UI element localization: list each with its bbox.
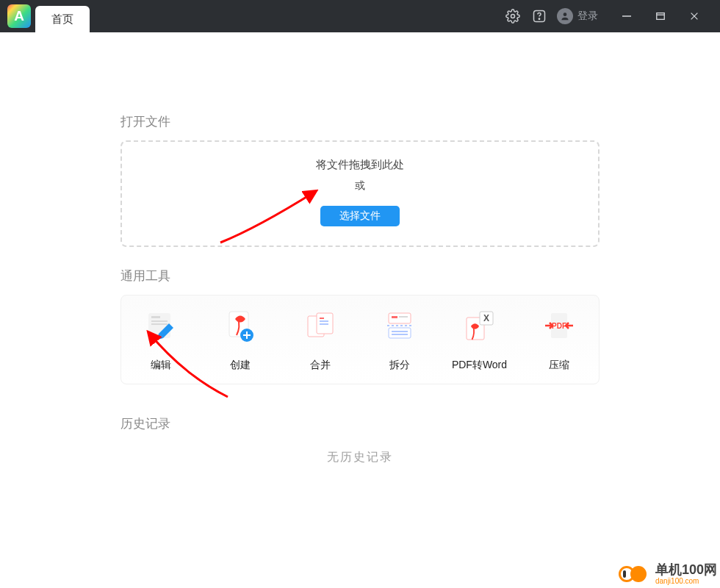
window-maximize-button[interactable] xyxy=(644,3,677,29)
svg-rect-11 xyxy=(151,320,168,322)
svg-rect-26 xyxy=(389,328,411,338)
svg-rect-24 xyxy=(399,316,408,318)
tool-label: 压缩 xyxy=(549,359,569,372)
window-close-button[interactable] xyxy=(677,3,711,29)
window-minimize-button[interactable] xyxy=(610,3,644,29)
tools-label: 通用工具 xyxy=(120,268,600,284)
titlebar: A 首页 登录 xyxy=(0,0,720,32)
main-content: 打开文件 将文件拖拽到此处 或 选择文件 通用工具 编辑 xyxy=(0,32,720,465)
svg-rect-28 xyxy=(392,334,408,335)
tool-pdf-to-word[interactable]: X PDF转Word xyxy=(439,309,519,372)
dropzone-text: 将文件拖拽到此处 xyxy=(122,158,598,172)
tool-compress[interactable]: PDF 压缩 xyxy=(519,309,599,372)
watermark: 单机100网 danji100.com xyxy=(619,563,717,585)
tool-label: 拆分 xyxy=(389,359,410,372)
svg-text:PDF: PDF xyxy=(552,322,566,330)
merge-icon xyxy=(303,309,337,343)
close-icon xyxy=(689,11,699,21)
no-history-text: 无历史记录 xyxy=(120,450,600,465)
svg-text:X: X xyxy=(483,313,489,323)
question-icon xyxy=(532,9,547,24)
minimize-icon xyxy=(621,10,633,22)
svg-rect-19 xyxy=(320,318,324,319)
svg-point-0 xyxy=(511,15,515,18)
svg-point-2 xyxy=(539,18,539,19)
pdf-to-word-icon: X xyxy=(462,309,496,343)
svg-rect-12 xyxy=(151,323,168,325)
svg-point-3 xyxy=(564,12,567,16)
svg-rect-20 xyxy=(320,320,328,322)
tool-label: 合并 xyxy=(310,359,331,372)
create-icon xyxy=(223,309,257,343)
dropzone-or-text: 或 xyxy=(122,179,598,193)
login-label: 登录 xyxy=(577,10,598,23)
user-avatar-icon xyxy=(557,8,573,24)
svg-rect-10 xyxy=(151,316,160,318)
settings-button[interactable] xyxy=(500,3,526,29)
help-button[interactable] xyxy=(526,3,552,29)
tool-create[interactable]: 创建 xyxy=(201,309,280,372)
svg-rect-23 xyxy=(392,316,397,318)
open-file-label: 打开文件 xyxy=(120,113,600,130)
tool-merge[interactable]: 合并 xyxy=(281,309,360,372)
tools-row: 编辑 创建 合并 xyxy=(120,295,600,384)
svg-rect-21 xyxy=(320,323,328,325)
svg-rect-27 xyxy=(392,331,408,332)
tool-label: 编辑 xyxy=(151,359,171,372)
tab-label: 首页 xyxy=(51,12,73,26)
watermark-name: 单机100网 xyxy=(655,563,717,576)
file-dropzone[interactable]: 将文件拖拽到此处 或 选择文件 xyxy=(120,140,600,247)
edit-icon xyxy=(144,309,178,343)
history-label: 历史记录 xyxy=(120,415,600,432)
svg-rect-5 xyxy=(657,13,665,20)
watermark-logo-icon xyxy=(619,564,651,584)
split-icon xyxy=(383,309,417,343)
login-button[interactable]: 登录 xyxy=(557,8,598,24)
app-logo-icon: A xyxy=(7,4,31,28)
select-file-button[interactable]: 选择文件 xyxy=(320,206,400,226)
tab-home[interactable]: 首页 xyxy=(35,6,90,32)
svg-rect-16 xyxy=(243,334,251,336)
app-logo-letter: A xyxy=(14,8,24,24)
maximize-icon xyxy=(655,11,666,21)
tool-label: 创建 xyxy=(230,359,251,372)
tool-edit[interactable]: 编辑 xyxy=(121,309,201,372)
watermark-domain: danji100.com xyxy=(655,578,717,585)
tool-split[interactable]: 拆分 xyxy=(360,309,439,372)
compress-icon: PDF xyxy=(542,309,576,343)
select-file-button-label: 选择文件 xyxy=(339,209,381,221)
tool-label: PDF转Word xyxy=(452,359,507,372)
gear-icon xyxy=(505,9,520,24)
